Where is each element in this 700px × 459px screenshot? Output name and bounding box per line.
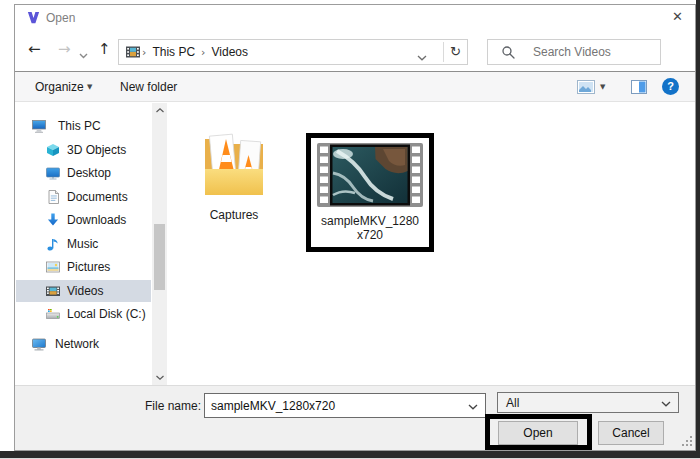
file-item-captures[interactable]: Captures xyxy=(188,123,280,227)
sidebar-item-desktop[interactable]: Desktop xyxy=(16,162,151,184)
vlc-app-icon xyxy=(26,10,41,25)
videos-location-icon xyxy=(126,46,140,58)
history-chevron-icon[interactable] xyxy=(79,48,88,62)
breadcrumb-this-pc[interactable]: This PC xyxy=(148,45,199,59)
chevron-down-icon[interactable] xyxy=(468,399,478,413)
picture-icon xyxy=(45,259,61,275)
cancel-button[interactable]: Cancel xyxy=(598,421,664,445)
organize-menu[interactable]: Organize ▼ xyxy=(35,80,92,94)
address-dropdown-icon[interactable] xyxy=(417,50,427,64)
breadcrumb-separator: › xyxy=(140,46,148,59)
help-icon[interactable]: ? xyxy=(662,78,679,95)
view-options-caret-icon[interactable]: ▼ xyxy=(600,83,605,91)
file-name-combobox[interactable] xyxy=(204,393,486,418)
file-label-line1: sampleMKV_1280 xyxy=(311,214,429,228)
address-refresh-divider xyxy=(443,42,444,62)
new-folder-button[interactable]: New folder xyxy=(120,80,177,94)
sidebar-item-this-pc[interactable]: This PC xyxy=(16,115,151,137)
search-input[interactable] xyxy=(531,44,690,60)
back-button[interactable]: ← xyxy=(28,42,41,57)
computer-icon xyxy=(31,118,47,134)
file-item-samplemkv[interactable]: sampleMKV_1280 x720 xyxy=(311,138,429,247)
file-name-label: File name: xyxy=(75,399,201,413)
resize-grip[interactable] xyxy=(682,436,692,446)
sidebar-scrollbar[interactable] xyxy=(152,103,167,385)
file-type-value: All xyxy=(498,396,657,410)
organize-caret-icon: ▼ xyxy=(87,83,92,91)
file-name-input[interactable] xyxy=(205,398,464,414)
filmstrip-icon xyxy=(45,283,61,299)
hard-drive-icon xyxy=(45,306,61,322)
sidebar-item-local-disk-c[interactable]: Local Disk (C:) xyxy=(16,303,151,325)
sidebar-item-downloads[interactable]: Downloads xyxy=(16,209,151,231)
search-icon xyxy=(501,45,515,59)
scroll-up-icon[interactable] xyxy=(152,103,167,118)
sidebar-item-videos[interactable]: Videos xyxy=(16,280,151,302)
vlc-captures-folder-icon xyxy=(202,125,266,204)
command-bar: Organize ▼ New folder ▼ ? xyxy=(15,72,695,102)
sidebar-item-3d-objects[interactable]: 3D Objects xyxy=(16,139,151,161)
up-button[interactable]: ↑ xyxy=(98,42,111,57)
search-box[interactable] xyxy=(487,39,661,65)
forward-button[interactable]: → xyxy=(58,42,71,57)
background-window-bottom xyxy=(0,451,700,458)
network-icon xyxy=(31,336,47,352)
sidebar-item-network[interactable]: Network xyxy=(16,333,151,355)
scrollbar-thumb[interactable] xyxy=(154,224,165,290)
breadcrumb-videos[interactable]: Videos xyxy=(208,45,252,59)
desktop-icon xyxy=(45,165,61,181)
cube-icon xyxy=(45,142,61,158)
close-icon[interactable]: ✕ xyxy=(672,9,683,24)
chevron-down-icon[interactable] xyxy=(661,396,671,410)
file-type-combobox[interactable]: All xyxy=(497,392,679,413)
file-label-line2: x720 xyxy=(311,228,429,242)
music-note-icon xyxy=(45,236,61,252)
sidebar-item-documents[interactable]: Documents xyxy=(16,186,151,208)
video-thumbnail-filmstrip xyxy=(317,143,423,210)
refresh-icon[interactable]: ↻ xyxy=(450,44,461,59)
open-button[interactable]: Open xyxy=(498,421,578,445)
file-label: Captures xyxy=(188,208,280,222)
view-thumbnails-icon[interactable] xyxy=(577,80,595,97)
dialog-title: Open xyxy=(46,11,75,25)
address-bar[interactable]: › This PC › Videos ↻ xyxy=(118,39,468,65)
preview-pane-icon[interactable] xyxy=(631,80,647,97)
sidebar-item-pictures[interactable]: Pictures xyxy=(16,256,151,278)
open-file-dialog: Open ✕ ← → ↑ › This PC › Videos ↻ xyxy=(14,4,696,451)
dialog-footer: File name: All Open Cancel xyxy=(15,385,695,450)
scroll-down-icon[interactable] xyxy=(152,370,167,385)
title-bar: Open ✕ xyxy=(15,5,695,31)
download-arrow-icon xyxy=(45,212,61,228)
background-window-edge xyxy=(696,0,700,459)
breadcrumb-separator: › xyxy=(199,46,207,59)
document-icon xyxy=(45,189,61,205)
sidebar-item-music[interactable]: Music xyxy=(16,233,151,255)
